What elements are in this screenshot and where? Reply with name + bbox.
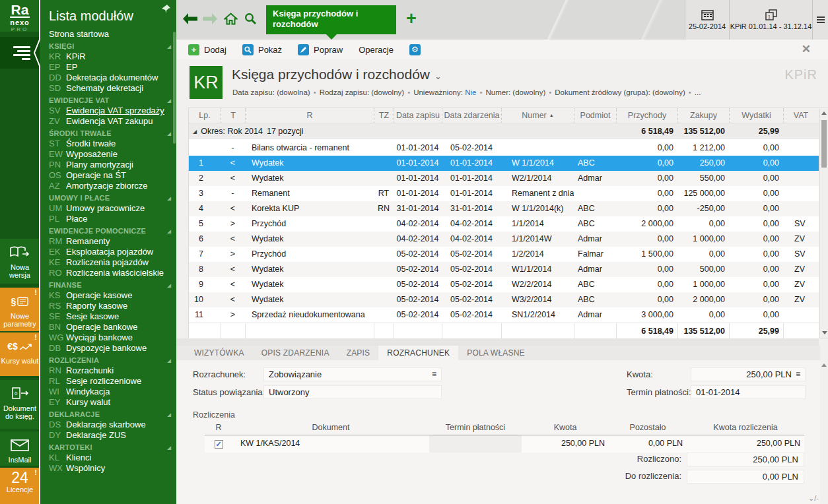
group-row[interactable]: ◢Okres: Rok 201417 pozycji6 518,49135 51… (189, 123, 819, 141)
scrollbar-thumb[interactable] (821, 120, 827, 168)
group-expand-icon[interactable]: ◢ (193, 129, 197, 135)
termin-field[interactable]: 01-01-2014 (691, 385, 806, 399)
tab-opis-zdarzenia[interactable]: OPIS ZDARZENIA (253, 346, 338, 360)
rail-item-kursy-walut[interactable]: ! €$ Kursy walut (0, 332, 40, 376)
scroll-up-icon[interactable] (821, 111, 827, 115)
tab-rozrachunek[interactable]: ROZRACHUNEK (378, 346, 458, 360)
filter-item[interactable]: Unieważniony: Nie (413, 88, 476, 96)
checkbox[interactable]: ✓ (215, 440, 223, 449)
tab-zapis[interactable]: ZAPIS (338, 346, 379, 360)
table-row[interactable]: 4<Korekta KUPRN31-01-201431-01-2014W 1/1… (189, 201, 819, 216)
field-menu-icon[interactable]: ≡ (432, 368, 436, 381)
page-title[interactable]: Księga przychodów i rozchodów⌄ (232, 67, 442, 82)
tab-wizytówka[interactable]: WIZYTÓWKA (186, 346, 253, 360)
work-date-button[interactable]: 25-02-2014 (685, 0, 729, 40)
sidebar-item-wx[interactable]: WXWspólnicy (49, 463, 176, 474)
pin-icon[interactable] (161, 4, 171, 16)
filter-item[interactable]: Numer: (dowolny) (485, 88, 545, 96)
table-row[interactable]: 9<Wydatek05-02-201405-02-2014W2/2/2014AB… (189, 277, 819, 292)
filter-item[interactable]: Dokument źródłowy (grupa): (dowolny) (555, 88, 685, 96)
status-field[interactable]: Utworzony (263, 385, 442, 399)
roz-column-header[interactable]: Termin płatności (429, 421, 522, 435)
sidebar-item-rl[interactable]: RLSesje rozliczeniowe (49, 376, 176, 387)
column-header-6[interactable]: Data zdarzenia (442, 108, 501, 123)
table-row[interactable]: 2<Wydatek01-01-201401-01-2014W2/1/2014Ad… (189, 171, 819, 186)
forward-icon[interactable] (203, 13, 217, 27)
sidebar-item-ep[interactable]: EPEP (49, 62, 176, 73)
add-button[interactable]: + Dodaj (188, 44, 226, 55)
sidebar-item-rn[interactable]: RNRozrachunki (49, 365, 176, 376)
sidebar-item-db[interactable]: DBDyspozycje bankowe (49, 343, 176, 354)
new-tab-button[interactable]: + (406, 9, 417, 28)
sidebar-item-wg[interactable]: WGWyciągi bankowe (49, 332, 176, 343)
column-header-8[interactable]: Podmiot (574, 108, 616, 123)
sidebar-item-rs[interactable]: RSRaporty kasowe (49, 301, 176, 311)
period-button[interactable]: 1 KPiR 01.01.14 - 31.12.14 (729, 0, 812, 40)
section-header[interactable]: ROZLICZENIA◢ (49, 356, 171, 365)
table-row[interactable]: 5>Przychód04-02-201404-02-20141/1/2014AB… (189, 216, 819, 232)
kwota-field[interactable]: 250,00 PLN ≡ (691, 367, 806, 381)
sidebar-item-ks[interactable]: KSOperacje kasowe (49, 290, 176, 301)
filter-item[interactable]: Data zapisu: (dowolna) (232, 88, 310, 96)
sidebar-item-bn[interactable]: BNOperacje bankowe (49, 322, 176, 332)
sidebar-item-ew[interactable]: EWWyposażenie (49, 149, 176, 160)
column-header-9[interactable]: Przychody (616, 108, 677, 123)
column-header-10[interactable]: Zakupy (677, 108, 729, 123)
sidebar-item-dy[interactable]: DYDeklaracje ZUS (49, 430, 176, 441)
filter-item[interactable]: Rodzaj zapisu: (dowolny) (320, 88, 404, 96)
tab-pola-własne[interactable]: POLA WŁASNE (458, 346, 534, 360)
sidebar-item-ke[interactable]: KERozliczenia pojazdów (49, 257, 176, 268)
roz-column-header[interactable]: R (205, 421, 232, 435)
table-row[interactable]: -Bilans otwarcia - remanent01-01-201405-… (189, 141, 819, 156)
show-button[interactable]: Pokaż (242, 44, 282, 55)
rozrachunek-field[interactable]: Zobowiązanie ≡ (263, 367, 442, 381)
tab-ksiega-przychodow[interactable]: Księga przychodów i rozchodów (266, 5, 396, 34)
roz-column-header[interactable]: Kwota rozliczenia (687, 421, 804, 435)
column-header-4[interactable]: TZ (374, 108, 394, 123)
table-row[interactable]: 6<Wydatek04-02-201404-02-20141/1/2014WAd… (189, 232, 819, 247)
sidebar-item-wi[interactable]: WIWindykacja (49, 387, 176, 397)
settings-button[interactable]: ⚙ (409, 44, 421, 55)
sidebar-scrollbar[interactable] (173, 32, 176, 144)
rail-item-insmail[interactable]: InsMail (0, 431, 40, 466)
nav-overflow-button[interactable] (812, 0, 828, 40)
sidebar-item-ds[interactable]: DSDeklaracje skarbowe (49, 420, 176, 430)
column-header-5[interactable]: Data zapisu (394, 108, 442, 123)
roz-column-header[interactable]: Pozostało (609, 421, 687, 435)
panel-scrollbar[interactable] (820, 360, 828, 504)
section-header[interactable]: KSIĘGI◢ (49, 42, 171, 51)
module-menu-button[interactable] (0, 37, 40, 69)
roz-column-header[interactable]: Dokument (232, 421, 429, 435)
table-row[interactable]: 7>Przychód05-02-201405-02-20141/2/2014Fa… (189, 247, 819, 262)
edit-button[interactable]: Popraw (298, 44, 343, 55)
sidebar-item-ek[interactable]: EKEksploatacja pojazdów (49, 247, 176, 257)
section-header[interactable]: FINANSE◢ (49, 280, 171, 290)
sidebar-item-kl[interactable]: KLKlienci (49, 453, 176, 463)
sidebar-item-ey[interactable]: EYKursy walut (49, 397, 176, 408)
section-header[interactable]: UMOWY I PŁACE◢ (49, 193, 171, 203)
table-row[interactable]: 8<Wydatek05-02-201405-02-2014W1/1/2014Ad… (189, 262, 819, 277)
column-header-2[interactable]: T (221, 108, 245, 123)
sidebar-item-sv[interactable]: SVEwidencja VAT sprzedaży (49, 106, 176, 116)
section-header[interactable]: KARTOTEKI◢ (49, 443, 171, 453)
table-row[interactable]: 11>Sprzedaż nieudokumentowana05-02-20140… (189, 307, 819, 323)
section-header[interactable]: EWIDENCJE VAT◢ (49, 96, 171, 106)
sidebar-item-az[interactable]: AZAmortyzacje zbiorcze (49, 181, 176, 191)
rozliczenie-row[interactable]: ✓KW 1/KAS/2014250,00 PLN0,00 PLN250,00 P… (205, 435, 804, 453)
sidebar-item-strona-startowa[interactable]: Strona startowa (49, 29, 176, 40)
field-menu-icon[interactable]: ≡ (796, 368, 800, 381)
home-icon[interactable] (224, 13, 238, 28)
scroll-down-icon[interactable] (822, 331, 827, 334)
table-row[interactable]: 1<Wydatek01-01-201401-01-2014W 1/1/2014A… (189, 156, 819, 171)
back-icon[interactable] (183, 13, 197, 27)
rail-item-licencje[interactable]: ! 24 Licencje (0, 468, 40, 504)
column-header-12[interactable]: VAT (783, 108, 818, 123)
column-header-3[interactable]: R (245, 108, 374, 123)
section-header[interactable]: DEKLARACJE◢ (49, 410, 171, 420)
sidebar-item-dd[interactable]: DDDekretacja dokumentów (49, 73, 176, 83)
rail-item-nowe-parametry[interactable]: ! § Nowe parametry (0, 288, 40, 331)
sidebar-item-se[interactable]: SESesje kasowe (49, 311, 176, 322)
sidebar-item-ro[interactable]: RORozliczenia właścicielskie (49, 268, 176, 278)
rail-item-dokument-do-ksieg[interactable]: 0 Dokument do księg. (0, 380, 40, 429)
resize-glyph[interactable]: ⌄/- (808, 494, 819, 503)
